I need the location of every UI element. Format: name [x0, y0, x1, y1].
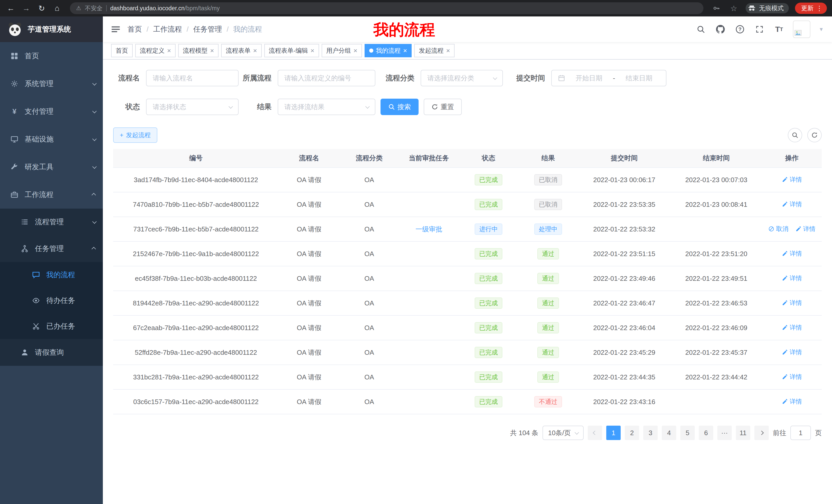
next-page-button[interactable]: [754, 426, 769, 440]
result-select[interactable]: 请选择流结果: [278, 99, 375, 115]
tab-process-form[interactable]: 流程表单×: [221, 44, 261, 57]
sidebar-item-task-management[interactable]: 任务管理: [0, 235, 103, 262]
tab-process-definition[interactable]: 流程定义×: [135, 44, 176, 57]
detail-link[interactable]: 详情: [782, 200, 802, 208]
breadcrumb-item[interactable]: 首页: [128, 24, 142, 34]
close-icon[interactable]: ×: [311, 47, 314, 54]
tab-process-model[interactable]: 流程模型×: [178, 44, 218, 57]
fullscreen-icon[interactable]: [754, 24, 765, 35]
sidebar-item-my-processes[interactable]: 我的流程: [0, 262, 103, 288]
task-link[interactable]: 一级审批: [415, 225, 442, 233]
eye-icon: [32, 297, 40, 305]
tab-label: 首页: [116, 47, 128, 55]
chevron-down-icon: [92, 81, 97, 86]
page-button-6[interactable]: 6: [699, 426, 713, 440]
cell-category: OA: [339, 167, 399, 192]
page-button-3[interactable]: 3: [643, 426, 658, 440]
detail-link[interactable]: 详情: [782, 397, 802, 405]
help-icon[interactable]: ?: [734, 24, 746, 35]
detail-link[interactable]: 详情: [782, 249, 802, 258]
security-label[interactable]: 不安全: [85, 4, 103, 12]
process-def-label: 所属流程: [239, 73, 278, 83]
breadcrumb-item[interactable]: 任务管理: [193, 24, 222, 34]
page-button-1[interactable]: 1: [606, 426, 621, 440]
tab-home[interactable]: 首页: [111, 44, 133, 57]
start-date-placeholder[interactable]: 开始日期: [568, 74, 610, 83]
sidebar-item-infrastructure[interactable]: 基础设施: [0, 125, 103, 153]
detail-link[interactable]: 详情: [782, 299, 802, 307]
detail-link[interactable]: 详情: [782, 175, 802, 184]
sidebar-item-leave-query[interactable]: 请假查询: [0, 339, 103, 366]
breadcrumb-item[interactable]: 工作流程: [153, 24, 182, 34]
tab-process-form-edit[interactable]: 流程表单-编辑×: [264, 44, 319, 57]
sidebar-item-workflow[interactable]: 工作流程: [0, 181, 103, 208]
start-process-button[interactable]: + 发起流程: [113, 128, 157, 143]
forward-icon[interactable]: →: [21, 3, 32, 14]
cell-id: ec45f38f-7b9a-11ec-b03b-acde48001122: [113, 266, 279, 291]
home-icon[interactable]: ⌂: [51, 3, 63, 14]
detail-link[interactable]: 详情: [782, 324, 802, 332]
detail-link[interactable]: 详情: [782, 274, 802, 282]
reset-button[interactable]: 重置: [424, 99, 462, 115]
avatar-caret-icon[interactable]: ▼: [818, 26, 824, 32]
page-size-select[interactable]: 10条/页: [543, 426, 583, 440]
end-date-placeholder[interactable]: 结束日期: [618, 74, 660, 83]
close-icon[interactable]: ×: [354, 47, 357, 54]
cell-task: [399, 389, 459, 414]
sidebar-item-devtools[interactable]: 研发工具: [0, 153, 103, 181]
tab-label: 流程定义: [140, 47, 164, 55]
cell-id: 67c2eaab-7b9a-11ec-a290-acde48001122: [113, 315, 279, 340]
page-button-4[interactable]: 4: [662, 426, 676, 440]
cell-submit-time: 2022-01-22 23:46:04: [578, 315, 671, 340]
search-icon[interactable]: [695, 24, 706, 35]
close-icon[interactable]: ×: [446, 47, 450, 54]
font-size-icon[interactable]: TT: [773, 24, 785, 35]
cancel-link[interactable]: 取消: [768, 225, 788, 233]
sidebar-item-pending-tasks[interactable]: 待办任务: [0, 288, 103, 313]
sidebar-item-process-management[interactable]: 流程管理: [0, 208, 103, 235]
logo-bar[interactable]: 芋道管理系统: [0, 17, 103, 42]
app-title: 芋道管理系统: [28, 24, 71, 34]
address-bar[interactable]: ⚠ 不安全 dashboard.yudao.iocoder.cn/bpm/tas…: [70, 2, 703, 14]
close-icon[interactable]: ×: [253, 47, 257, 54]
page-button-2[interactable]: 2: [625, 426, 639, 440]
sidebar-item-done-tasks[interactable]: 已办任务: [0, 313, 103, 339]
update-button[interactable]: 更新 ⋮: [795, 3, 827, 14]
toggle-search-button[interactable]: [788, 128, 802, 142]
search-button[interactable]: 搜索: [381, 99, 419, 115]
reload-icon[interactable]: ↻: [36, 3, 47, 14]
close-icon[interactable]: ×: [210, 47, 214, 54]
status-select[interactable]: 请选择状态: [146, 99, 239, 115]
avatar[interactable]: [793, 21, 810, 38]
start-process-label: 发起流程: [126, 131, 151, 139]
tab-user-group[interactable]: 用户分组×: [322, 44, 362, 57]
back-icon[interactable]: ←: [5, 3, 17, 14]
submit-time-range-picker[interactable]: 开始日期 - 结束日期: [551, 70, 667, 86]
prev-page-button[interactable]: [588, 426, 602, 440]
page-button-last[interactable]: 11: [736, 426, 750, 440]
close-icon[interactable]: ×: [403, 47, 407, 54]
process-def-input[interactable]: [278, 70, 375, 86]
cell-task: [399, 340, 459, 365]
github-icon[interactable]: [715, 24, 726, 35]
hamburger-icon[interactable]: [111, 25, 120, 34]
ellipsis-icon[interactable]: ···: [717, 426, 732, 440]
star-icon[interactable]: ☆: [728, 3, 739, 14]
kebab-menu-icon[interactable]: ⋮: [816, 4, 823, 12]
sidebar-item-home[interactable]: 首页: [0, 42, 103, 70]
key-icon[interactable]: [711, 3, 722, 14]
detail-link[interactable]: 详情: [782, 348, 802, 356]
goto-page-input[interactable]: [790, 426, 811, 440]
sidebar-item-system[interactable]: 系统管理: [0, 70, 103, 97]
detail-link[interactable]: 详情: [796, 225, 815, 233]
category-select[interactable]: 请选择流程分类: [421, 70, 503, 86]
close-icon[interactable]: ×: [167, 47, 171, 54]
page-button-5[interactable]: 5: [680, 426, 695, 440]
tab-start-process[interactable]: 发起流程×: [414, 44, 454, 57]
cell-submit-time: 2022-01-23 00:06:17: [578, 167, 671, 192]
sidebar-item-payment[interactable]: ¥ 支付管理: [0, 97, 103, 125]
refresh-table-button[interactable]: [807, 128, 822, 142]
detail-link[interactable]: 详情: [782, 373, 802, 381]
tab-my-processes[interactable]: 我的流程×: [365, 44, 412, 57]
process-name-input[interactable]: [146, 70, 239, 86]
